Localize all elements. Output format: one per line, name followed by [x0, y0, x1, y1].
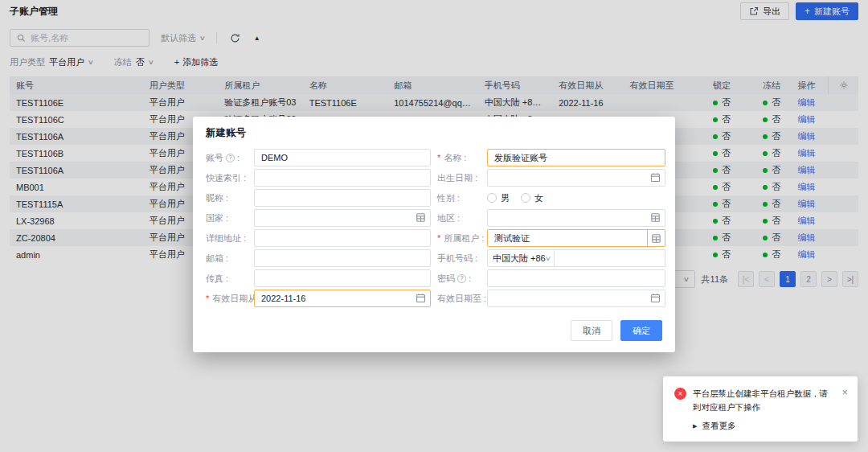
password-input[interactable] — [487, 269, 665, 287]
toast-message: 平台层禁止创建非平台租户数据，请到对应租户下操作 — [693, 387, 833, 413]
valid-to-label: 有效日期至 : — [437, 293, 487, 305]
account-input[interactable] — [254, 149, 431, 166]
required-mark: * — [206, 294, 209, 303]
region-input[interactable] — [487, 209, 665, 227]
modal-footer: 取消 确定 — [193, 310, 675, 352]
password-label: 密码 ? : — [437, 273, 487, 285]
gender-radio-group: 男 女 — [487, 192, 665, 204]
radio-icon — [521, 193, 530, 203]
view-more-link[interactable]: ▶ 查看更多 — [693, 421, 848, 432]
gender-radio-male[interactable]: 男 — [487, 192, 510, 204]
tenant-label: * 所属租户 : — [437, 232, 487, 244]
name-label: * 名称 : — [437, 152, 487, 164]
quick-index-input[interactable] — [254, 169, 431, 187]
lookup-icon[interactable] — [647, 230, 665, 246]
country-code-select[interactable]: 中国大陆 +86 ∨ — [487, 249, 555, 267]
error-toast: × 平台层禁止创建非平台租户数据，请到对应租户下操作 × ▶ 查看更多 — [663, 376, 858, 442]
region-label: 地区 : — [437, 212, 487, 224]
calendar-icon[interactable] — [650, 293, 661, 303]
create-account-modal: 新建账号 账号 ? : * 名称 : 快速索引 : — [193, 117, 675, 352]
address-input[interactable] — [254, 229, 431, 247]
lookup-icon[interactable] — [416, 212, 426, 223]
cancel-button[interactable]: 取消 — [571, 320, 612, 341]
email-input[interactable] — [254, 249, 431, 267]
phone-field: 中国大陆 +86 ∨ — [487, 249, 665, 267]
birth-date-input[interactable] — [487, 169, 665, 187]
required-mark: * — [437, 233, 440, 243]
required-mark: * — [437, 153, 440, 162]
account-label: 账号 ? : — [206, 152, 254, 164]
gender-radio-female[interactable]: 女 — [521, 192, 543, 204]
nickname-input[interactable] — [254, 189, 431, 207]
nickname-label: 昵称 : — [206, 192, 254, 204]
tenant-picker — [487, 229, 665, 247]
close-icon[interactable]: × — [841, 387, 848, 413]
modal-title: 新建账号 — [193, 117, 675, 147]
help-icon[interactable]: ? — [457, 274, 466, 283]
radio-icon — [487, 193, 497, 203]
phone-label: 手机号码 : — [437, 253, 487, 265]
modal-form: 账号 ? : * 名称 : 快速索引 : 出生日 — [193, 147, 675, 307]
fax-input[interactable] — [254, 269, 431, 287]
help-icon[interactable]: ? — [226, 154, 235, 162]
address-label: 详细地址 : — [206, 232, 254, 244]
valid-to-input[interactable] — [487, 290, 665, 307]
confirm-button[interactable]: 确定 — [620, 320, 662, 341]
calendar-icon[interactable] — [650, 172, 661, 183]
valid-from-input[interactable] — [254, 290, 431, 307]
country-label: 国家 : — [206, 212, 254, 224]
lookup-icon[interactable] — [650, 212, 661, 223]
caret-right-icon: ▶ — [693, 423, 697, 429]
calendar-icon[interactable] — [416, 293, 426, 303]
fax-label: 传真 : — [206, 273, 254, 285]
email-label: 邮箱 : — [206, 253, 254, 265]
name-input[interactable] — [487, 149, 665, 166]
error-icon: × — [674, 388, 686, 400]
quick-index-label: 快速索引 : — [206, 172, 254, 184]
chevron-down-icon: ∨ — [545, 255, 551, 262]
tenant-input[interactable] — [488, 230, 647, 246]
phone-input[interactable] — [555, 249, 665, 267]
country-input[interactable] — [254, 209, 431, 227]
gender-label: 性别 : — [437, 192, 487, 204]
sub-account-management-page: 子账户管理 导出 + 新建账号 — [0, 0, 868, 452]
valid-from-label: * 有效日期从 : — [206, 293, 254, 305]
birth-date-label: 出生日期 : — [437, 172, 487, 184]
